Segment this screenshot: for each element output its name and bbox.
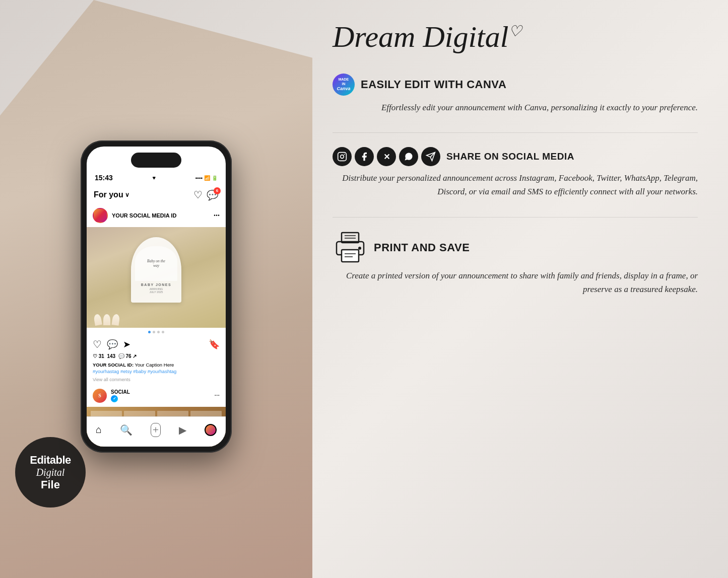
canva-feature-desc: Effortlessly edit your announcement with… — [333, 101, 698, 114]
divider-1 — [333, 132, 698, 133]
whatsapp-icon — [399, 147, 418, 166]
instagram-icon — [333, 147, 352, 166]
baby-card: Baby on the way BABY JONES ARRIVING JULY… — [131, 237, 181, 303]
svg-rect-0 — [338, 153, 347, 161]
insta-header: For you ∨ ♡ 💬 6 — [87, 186, 226, 204]
bookmark-action-icon[interactable]: 🔖 — [209, 339, 220, 350]
battery-icon: 🔋 — [212, 175, 218, 181]
share-action-icon[interactable]: ➤ — [123, 339, 130, 350]
feature-print: PRINT AND SAVE Create a printed version … — [333, 232, 698, 296]
notification-badge: 6 — [214, 187, 221, 194]
x-twitter-icon: ✕ — [377, 147, 396, 166]
more-options-icon[interactable]: ··· — [214, 211, 220, 220]
nav-search-icon[interactable]: 🔍 — [120, 424, 133, 436]
second-username: SOCIAL — [111, 389, 130, 395]
phone-screen: 15:43 ♥ ▪▪▪▪ 📶 🔋 For you ∨ — [87, 147, 226, 447]
header-icons: ♡ 💬 6 — [193, 189, 219, 201]
for-you-label: For you ∨ — [94, 190, 129, 199]
hashtags-text: #yourhastag #etsy #baby #yourhashtag — [93, 369, 176, 374]
canva-logo: MADEINCanva — [333, 74, 355, 96]
arriving-label: ARRIVING JULY 2025 — [150, 287, 163, 294]
dynamic-island — [131, 153, 181, 168]
comments-link[interactable]: View all comments — [87, 377, 226, 383]
nav-reels-icon[interactable]: ▶ — [179, 424, 186, 436]
divider-2 — [333, 217, 698, 218]
heart-decoration: ♡ — [508, 23, 522, 39]
second-user-info: SOCIAL ✓ — [111, 389, 130, 402]
social-icons-row: ✕ — [333, 147, 440, 166]
baby-on-way-text: Baby on the way — [147, 259, 165, 269]
flower-2 — [103, 314, 110, 325]
svg-point-2 — [344, 154, 345, 155]
social-feature-header: ✕ SHARE O — [333, 147, 698, 166]
for-you-chevron: ∨ — [125, 191, 129, 199]
dot-4 — [162, 331, 164, 333]
print-feature-desc: Create a printed version of your announc… — [333, 269, 698, 296]
wifi-icon: 📶 — [204, 175, 210, 181]
avatar — [93, 208, 108, 223]
status-icons: ▪▪▪▪ 📶 🔋 — [195, 175, 218, 181]
caption: YOUR SOCIAL ID: Your Caption Here #yourh… — [87, 360, 226, 377]
post-user: YOUR SOCIAL MEDIA ID — [93, 208, 176, 223]
status-time: 15:43 — [95, 174, 113, 182]
second-post-user: S SOCIAL ✓ — [93, 389, 130, 403]
second-post-header: S SOCIAL ✓ ··· — [87, 385, 226, 407]
social-feature-title: SHARE ON SOCIAL MEDIA — [446, 151, 574, 162]
phone-mockup: 15:43 ♥ ▪▪▪▪ 📶 🔋 For you ∨ — [81, 140, 232, 453]
caption-username: YOUR SOCIAL ID: — [93, 362, 134, 368]
username-label: YOUR SOCIAL MEDIA ID — [112, 212, 176, 219]
second-avatar: S — [93, 389, 107, 403]
caption-text: Your Caption Here — [135, 362, 174, 368]
print-icon-svg — [333, 232, 368, 264]
telegram-icon — [421, 147, 440, 166]
second-more-icon[interactable]: ··· — [215, 392, 220, 400]
flowers-decoration — [94, 314, 119, 325]
print-icon-wrapper — [333, 232, 368, 264]
svg-point-12 — [358, 247, 361, 250]
editable-line2: Digital — [36, 467, 65, 478]
signal-icon: ▪▪▪▪ — [195, 175, 203, 181]
nav-profile-icon[interactable] — [205, 424, 217, 436]
likes-text: ♡ 31 143 💬 76 ↗ — [93, 353, 137, 359]
action-icons-left: ♡ 💬 ➤ — [93, 338, 130, 350]
status-heart: ♥ — [153, 175, 156, 181]
post-image: Baby on the way BABY JONES ARRIVING JULY… — [87, 227, 226, 328]
nav-add-icon[interactable]: + — [151, 423, 161, 437]
flower-1 — [93, 314, 102, 326]
post-actions: ♡ 💬 ➤ 🔖 — [87, 336, 226, 352]
svg-point-1 — [341, 155, 344, 159]
flower-3 — [112, 314, 120, 326]
print-feature-title: PRINT AND SAVE — [374, 241, 470, 254]
card-arch: Baby on the way — [135, 246, 177, 280]
messages-icon-container: 💬 6 — [207, 189, 219, 201]
feature-social: ✕ SHARE O — [333, 147, 698, 198]
dot-1 — [148, 331, 151, 333]
post-header: YOUR SOCIAL MEDIA ID ··· — [87, 204, 226, 227]
svg-rect-9 — [342, 250, 359, 262]
carousel-dots — [87, 328, 226, 336]
editable-line1: Editable — [30, 454, 71, 467]
verified-badge: ✓ — [111, 395, 118, 402]
canva-feature-title: EASILY EDIT WITH CANVA — [361, 78, 506, 91]
likes-row: ♡ 31 143 💬 76 ↗ — [87, 352, 226, 360]
editable-line3: File — [41, 478, 60, 491]
feature-canva: MADEINCanva EASILY EDIT WITH CANVA Effor… — [333, 74, 698, 114]
canva-feature-header: MADEINCanva EASILY EDIT WITH CANVA — [333, 74, 698, 96]
nav-home-icon[interactable]: ⌂ — [96, 424, 102, 436]
content-wrapper: 15:43 ♥ ▪▪▪▪ 📶 🔋 For you ∨ — [0, 0, 728, 578]
editable-badge: Editable Digital File — [15, 437, 86, 508]
left-side: 15:43 ♥ ▪▪▪▪ 📶 🔋 For you ∨ — [0, 0, 312, 578]
heart-icon[interactable]: ♡ — [193, 189, 203, 201]
social-feature-desc: Distribute your personalized announcemen… — [333, 171, 698, 198]
bottom-nav: ⌂ 🔍 + ▶ — [87, 416, 226, 447]
comment-action-icon[interactable]: 💬 — [107, 339, 118, 350]
dot-3 — [157, 331, 160, 333]
facebook-icon — [355, 147, 374, 166]
right-side: Dream Digital♡ MADEINCanva EASILY EDIT W… — [312, 0, 728, 578]
phone-container: 15:43 ♥ ▪▪▪▪ 📶 🔋 For you ∨ — [81, 140, 232, 453]
for-you-text: For you — [94, 190, 123, 199]
print-feature-header: PRINT AND SAVE — [333, 232, 698, 264]
baby-name-label: BABY JONES — [141, 283, 171, 286]
like-action-icon[interactable]: ♡ — [93, 338, 102, 350]
dot-2 — [153, 331, 155, 333]
